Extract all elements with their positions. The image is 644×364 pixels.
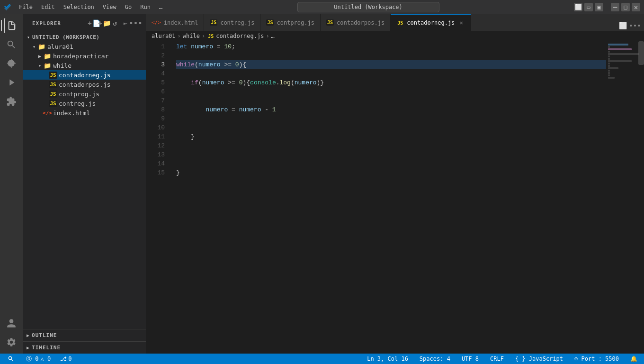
split-editor-button[interactable]: ⬜ [617, 20, 628, 31]
refresh-button[interactable]: ↺ [111, 19, 119, 27]
outline-arrow-icon: ▶ [27, 333, 30, 338]
tab-contadorneg[interactable]: JS contadorneg.js ✕ [391, 14, 471, 31]
menu-edit[interactable]: Edit [37, 3, 59, 11]
tab-contreg[interactable]: JS contreg.js [204, 14, 260, 31]
ln-12: 12 [146, 141, 165, 150]
code-line-13[interactable] [176, 150, 606, 159]
indent-11 [176, 132, 191, 141]
code-editor[interactable]: 1 2 3 4 5 6 7 8 9 10 11 12 13 14 [146, 41, 606, 354]
file-index-html[interactable]: ▶ </> index.html [23, 108, 146, 118]
git-changes[interactable]: ⎇ 0 [57, 354, 74, 364]
tab-contprog-label: contprog.js [277, 19, 314, 26]
search-bar[interactable]: Untitled (Workspace) [297, 2, 439, 12]
language-mode[interactable]: { } JavaScript [512, 354, 566, 364]
code-line-3[interactable]: while ( numero >= 0 ){ [176, 60, 606, 69]
folder-while[interactable]: ▾ 📁 while [23, 61, 146, 70]
code-line-12[interactable] [176, 141, 606, 150]
code-line-6[interactable] [176, 87, 606, 96]
errors-warnings[interactable]: ⓪ 0 △ 0 [23, 354, 54, 364]
outline-header[interactable]: ▶ OUTLINE [23, 329, 146, 341]
tab-contadorneg-close[interactable]: ✕ [457, 19, 465, 27]
file-contadorneg[interactable]: ▶ JS contadorneg.js [23, 70, 146, 80]
ln-11: 11 [146, 132, 165, 141]
search-activity-icon[interactable] [4, 37, 19, 52]
code-line-14[interactable] [176, 159, 606, 168]
file-indexhtml-label: index.html [53, 109, 90, 117]
folder-alura01[interactable]: ▾ 📁 alura01 [23, 42, 146, 51]
menu-go[interactable]: Go [121, 3, 135, 11]
port-info[interactable]: ⊙ Port : 5500 [572, 354, 622, 364]
file-contadorpos[interactable]: ▶ JS contadorpos.js [23, 80, 146, 89]
alura01-arrow: ▾ [30, 43, 38, 50]
explorer-activity-icon[interactable] [4, 18, 19, 33]
mm-line-10 [608, 65, 610, 67]
op-assign-2: = [228, 105, 239, 114]
settings-activity-icon[interactable] [4, 335, 19, 350]
vscode-logo-icon [4, 3, 11, 11]
close-button[interactable]: ✕ [632, 3, 640, 11]
code-line-15[interactable]: } [176, 168, 606, 177]
code-line-10[interactable] [176, 123, 606, 132]
file-contprog[interactable]: ▶ JS contprog.js [23, 89, 146, 99]
code-line-9[interactable] [176, 114, 606, 123]
menu-file[interactable]: File [15, 3, 36, 11]
breadcrumb: alura01 › while › JS contadorneg.js › … [146, 31, 644, 41]
mm-line-11 [608, 67, 618, 69]
menu-more[interactable]: … [155, 3, 166, 11]
timeline-header[interactable]: ▶ TIMELINE [23, 342, 146, 354]
cursor-position[interactable]: Ln 3, Col 16 [364, 354, 411, 364]
code-line-11[interactable]: } [176, 132, 606, 141]
notifications-bell[interactable]: 🔔 [627, 354, 640, 364]
ln-1: 1 [146, 42, 165, 51]
minimize-button[interactable]: ─ [611, 3, 619, 11]
tab-contadorpos[interactable]: JS contadorpos.js [321, 14, 391, 31]
menu-selection[interactable]: Selection [60, 3, 98, 11]
tab-contprog-icon: JS [266, 19, 274, 26]
code-line-7[interactable] [176, 96, 606, 105]
title-center: 🔍 Untitled (Workspace) [170, 2, 566, 12]
menu-run[interactable]: Run [136, 3, 154, 11]
indentation[interactable]: Spaces: 4 [417, 354, 453, 364]
folder-horadepracticar[interactable]: ▶ 📁 horadepracticar [23, 51, 146, 61]
toggle-sidebar-button[interactable]: ⬜ [574, 3, 582, 11]
op-gte-1: >= [221, 60, 235, 69]
account-activity-icon[interactable] [4, 316, 19, 331]
breadcrumb-while[interactable]: while [183, 33, 200, 39]
tab-actions: ⬜ ••• [617, 20, 644, 31]
git-branch-icon: ⎇ [60, 355, 67, 362]
indent-8 [176, 105, 206, 114]
num-10: 10 [224, 42, 232, 51]
sidebar-actions: +📄 +📁 ↺ ⇤ ••• [90, 19, 140, 27]
minimap-slider[interactable] [638, 41, 644, 65]
kw-let: let [176, 42, 187, 51]
tab-contprog[interactable]: JS contprog.js [260, 14, 321, 31]
code-line-5[interactable]: if ( numero >= 0 ){ console . log ( nume… [176, 78, 606, 87]
file-contreg[interactable]: ▶ JS contreg.js [23, 99, 146, 108]
tab-indexhtml[interactable]: </> index.html [146, 14, 204, 31]
menu-bar: File Edit Selection View Go Run … [15, 3, 166, 11]
line-ending[interactable]: CRLF [487, 354, 507, 364]
code-line-1[interactable]: let numero = 10 ; [176, 42, 606, 51]
extensions-activity-icon[interactable] [4, 94, 19, 109]
code-line-8[interactable]: numero = numero - 1 [176, 105, 606, 114]
collapse-all-button[interactable]: ⇤ [121, 19, 130, 27]
toggle-activity-bar-button[interactable]: ▣ [595, 3, 603, 11]
remote-indicator[interactable] [4, 354, 19, 364]
new-file-button[interactable]: +📄 [90, 19, 98, 27]
run-debug-activity-icon[interactable] [4, 75, 19, 90]
maximize-button[interactable]: □ [621, 3, 630, 11]
source-control-activity-icon[interactable] [4, 56, 19, 71]
encoding[interactable]: UTF-8 [459, 354, 482, 364]
ln-9: 9 [146, 114, 165, 123]
breadcrumb-file[interactable]: JS contadorneg.js [207, 33, 264, 39]
toggle-panel-button[interactable]: ▭ [584, 3, 593, 11]
new-folder-button[interactable]: +📁 [100, 19, 109, 27]
code-line-4[interactable] [176, 69, 606, 78]
sidebar-more-button[interactable]: ••• [132, 19, 140, 27]
code-line-2[interactable] [176, 51, 606, 60]
workspace-root[interactable]: ▾ UNTITLED (WORKSPACE) [23, 32, 146, 42]
breadcrumb-ellipsis[interactable]: … [271, 33, 275, 39]
breadcrumb-alura01[interactable]: alura01 [152, 33, 176, 39]
editor-more-button[interactable]: ••• [630, 20, 640, 31]
menu-view[interactable]: View [99, 3, 120, 11]
